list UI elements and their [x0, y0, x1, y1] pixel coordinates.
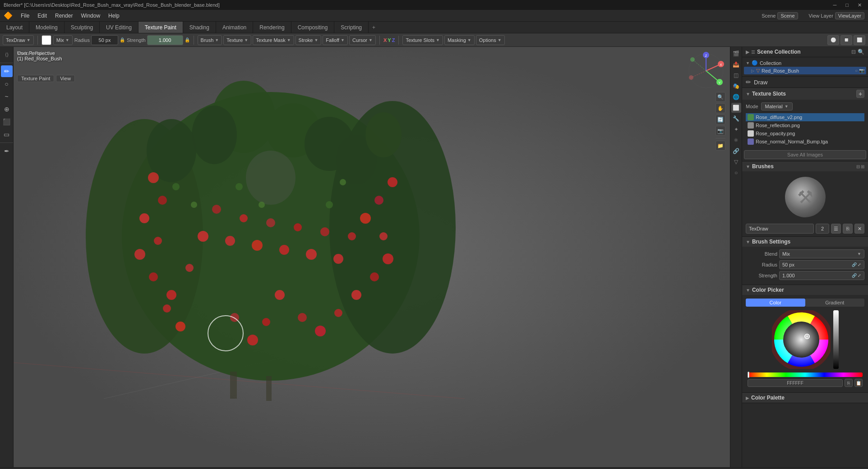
- mode-dropdown[interactable]: TexDraw ▼: [3, 35, 34, 45]
- zoom-in-btn[interactable]: 🔍: [716, 92, 725, 102]
- color-paste-icon[interactable]: 📋: [854, 379, 863, 387]
- tab-scripting[interactable]: Scripting: [334, 22, 369, 33]
- brush-expand-icon[interactable]: ⊞: [861, 164, 864, 169]
- stroke-dropdown[interactable]: Stroke ▼: [295, 35, 322, 45]
- masking-dropdown[interactable]: Masking ▼: [444, 35, 475, 45]
- minimize-btn[interactable]: ─: [831, 2, 840, 8]
- maximize-btn[interactable]: □: [843, 2, 851, 8]
- tab-uv-editing[interactable]: UV Editing: [100, 22, 139, 33]
- pan-btn[interactable]: ✋: [716, 103, 725, 113]
- tab-sculpting[interactable]: Sculpting: [65, 22, 100, 33]
- draw-tool-icon[interactable]: ✏: [1, 65, 13, 77]
- render-props-icon[interactable]: 🎬: [731, 49, 741, 59]
- view-button[interactable]: View: [56, 75, 75, 82]
- tab-modeling[interactable]: Modeling: [29, 22, 65, 33]
- smear-tool-icon[interactable]: ~: [1, 91, 13, 102]
- constraint-props-icon[interactable]: 🔗: [731, 146, 741, 156]
- brush-delete-icon[interactable]: ✕: [854, 224, 864, 234]
- texture-slot-normal[interactable]: Rose_normal_Normal_Bump.tga: [746, 138, 864, 146]
- texture-slot-reflection[interactable]: Rose_reflection.png: [746, 121, 864, 129]
- blend-dropdown[interactable]: Mix ▼: [53, 35, 73, 45]
- cursor-dropdown[interactable]: Cursor ▼: [349, 35, 376, 45]
- color-palette-header[interactable]: ▶ Color Palette: [742, 393, 868, 403]
- clone-tool-icon[interactable]: ⊕: [1, 103, 13, 115]
- strength-value-input[interactable]: 1.000 🔗 ⤢: [779, 271, 864, 280]
- sidebar-toggle-icon[interactable]: ⟨⟩: [1, 49, 13, 60]
- modifier-props-icon[interactable]: 🔧: [731, 114, 741, 124]
- object-props-icon[interactable]: ⬜: [731, 103, 741, 113]
- brush-name-input[interactable]: TexDraw: [746, 224, 814, 234]
- restrict-render-icon[interactable]: 📷: [859, 68, 864, 73]
- tab-shading[interactable]: Shading: [183, 22, 216, 33]
- restrict-viewport-icon[interactable]: ○: [855, 68, 858, 73]
- texture-mask-dropdown[interactable]: Texture Mask ▼: [253, 35, 294, 45]
- tab-layout[interactable]: Layout: [0, 22, 29, 33]
- strength-link-icon[interactable]: 🔗: [852, 273, 857, 278]
- view-layer-selector[interactable]: ViewLayer: [835, 12, 864, 19]
- add-texture-slot-button[interactable]: +: [856, 90, 864, 98]
- brush-settings-header[interactable]: ▼ Brush Settings: [742, 237, 868, 247]
- radius-expand-icon[interactable]: ⤢: [858, 262, 861, 267]
- tab-rendering[interactable]: Rendering: [253, 22, 291, 33]
- gradient-tab[interactable]: Gradient: [805, 299, 865, 307]
- mask-tool-icon[interactable]: ▭: [1, 129, 13, 140]
- color-tab[interactable]: Color: [746, 299, 805, 307]
- search-icon[interactable]: 🔍: [858, 49, 864, 55]
- outliner-rose-bush[interactable]: ▷ ▽ Red_Rose_Bush ○ 📷: [744, 67, 866, 74]
- material-props-icon[interactable]: ○: [731, 168, 741, 178]
- scene-props-icon[interactable]: 🎭: [731, 81, 741, 91]
- tab-compositing[interactable]: Compositing: [291, 22, 335, 33]
- menu-edit[interactable]: Edit: [34, 12, 51, 20]
- view-layer-props-icon[interactable]: ◫: [731, 70, 741, 80]
- brush-filter-icon[interactable]: ⊟: [856, 164, 860, 169]
- menu-file[interactable]: File: [17, 12, 33, 20]
- overlay-btn[interactable]: 🔲: [840, 35, 852, 45]
- tab-animation[interactable]: Animation: [216, 22, 253, 33]
- save-all-images-button[interactable]: Save All Images: [744, 150, 866, 159]
- color-swatch[interactable]: [42, 35, 51, 45]
- brush-copy-icon[interactable]: ⎘: [843, 224, 853, 234]
- radius-value-input[interactable]: 50 px 🔗 ⤢: [779, 260, 864, 269]
- scene-selector[interactable]: Scene: [777, 12, 798, 19]
- soften-tool-icon[interactable]: ○: [1, 78, 13, 90]
- orbit-btn[interactable]: 🔄: [716, 115, 725, 124]
- texture-paint-label[interactable]: Texture Paint: [17, 75, 54, 82]
- strength-expand-icon[interactable]: ⤢: [858, 273, 861, 278]
- radius-lock-icon[interactable]: 🔒: [120, 37, 125, 42]
- camera-btn[interactable]: 📷: [716, 126, 725, 136]
- radius-link-icon[interactable]: 🔗: [852, 262, 857, 267]
- options-dropdown[interactable]: Options ▼: [476, 35, 505, 45]
- texture-slots-dropdown[interactable]: Texture Slots ▼: [402, 35, 443, 45]
- close-btn[interactable]: ✕: [855, 2, 864, 8]
- radius-input[interactable]: 50 px: [91, 35, 118, 45]
- menu-render[interactable]: Render: [51, 12, 76, 20]
- menu-help[interactable]: Help: [105, 12, 123, 20]
- filter-icon[interactable]: ⊟: [851, 49, 856, 55]
- color-copy-icon[interactable]: ⎘: [845, 379, 853, 387]
- outliner-scene-collection[interactable]: ▼ 🔵 Collection: [744, 59, 866, 67]
- object-data-props-icon[interactable]: ▽: [731, 157, 741, 167]
- add-workspace-button[interactable]: +: [369, 22, 379, 33]
- texture-slot-opacity[interactable]: Rose_opacity.png: [746, 129, 864, 138]
- sample-tool-icon[interactable]: ✒: [1, 145, 13, 157]
- color-wheel[interactable]: [772, 310, 831, 369]
- hue-slider[interactable]: [748, 372, 863, 377]
- tab-texture-paint[interactable]: Texture Paint: [139, 22, 183, 33]
- xray-btn[interactable]: ⬜: [854, 35, 865, 45]
- hex-value-input[interactable]: FFFFFF: [748, 379, 843, 387]
- blend-selector[interactable]: Mix ▼: [779, 249, 864, 258]
- navigation-gizmo[interactable]: X Y Z: [686, 51, 726, 91]
- strength-input[interactable]: 1.000: [147, 35, 183, 45]
- menu-window[interactable]: Window: [77, 12, 104, 20]
- texture-slot-diffuse[interactable]: Rose_diffuse_v2.png: [746, 113, 864, 121]
- particle-props-icon[interactable]: ✦: [731, 124, 741, 134]
- viewport[interactable]: User Perspective (1) Red_Rose_Bush Textu…: [14, 47, 730, 467]
- collection-vis-btn[interactable]: 📁: [716, 141, 725, 151]
- output-props-icon[interactable]: 📤: [731, 60, 741, 69]
- world-props-icon[interactable]: 🌐: [731, 92, 741, 102]
- falloff-dropdown[interactable]: Falloff ▼: [323, 35, 348, 45]
- brushes-header[interactable]: ▼ Brushes ⊟ ⊞: [742, 161, 868, 171]
- texture-slots-header[interactable]: ▼ Texture Slots +: [742, 88, 868, 100]
- viewport-shading-btn[interactable]: ⚪: [827, 35, 839, 45]
- color-picker-header[interactable]: ▼ Color Picker: [742, 285, 868, 295]
